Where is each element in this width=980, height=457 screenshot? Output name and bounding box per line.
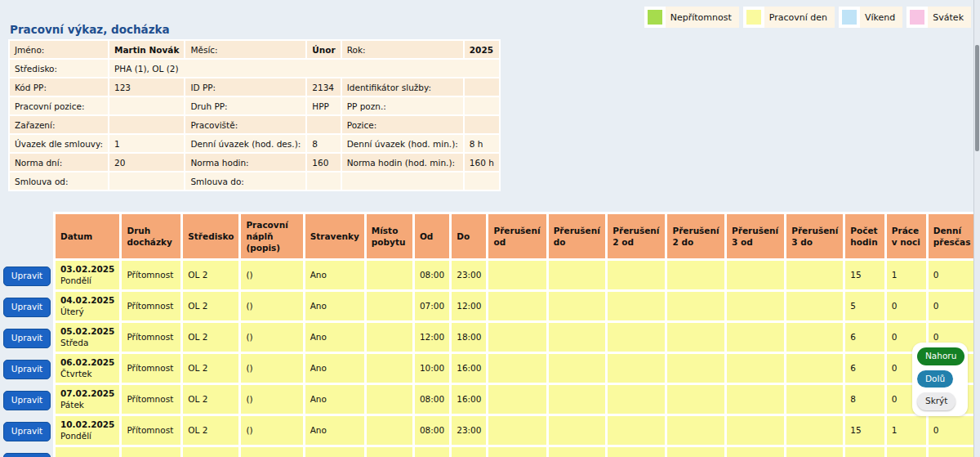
cell-break3-to bbox=[786, 261, 843, 289]
employee-info-table: Jméno:Martin NovákMěsíc:ÚnorRok:2025Stře… bbox=[8, 39, 501, 191]
info-value: 160 h bbox=[465, 154, 499, 171]
info-value: 1 bbox=[109, 135, 184, 152]
cell-meal-voucher bbox=[305, 447, 364, 457]
info-value bbox=[465, 172, 499, 190]
cell-center: OL 2 bbox=[183, 261, 238, 289]
edit-button-slot: Upravit bbox=[0, 447, 54, 457]
hide-panel-button[interactable]: Skrýt bbox=[917, 392, 956, 410]
column-header: Přerušení od bbox=[488, 214, 546, 258]
cell-daily-overtime: 0 bbox=[929, 292, 978, 320]
scrollbar-thumb[interactable] bbox=[975, 45, 979, 151]
column-header: Datum bbox=[56, 214, 119, 258]
cell-attendance-type: Přítomnost bbox=[122, 416, 180, 445]
cell-meal-voucher: Ano bbox=[305, 354, 364, 383]
cell-to: 16:00 bbox=[452, 354, 486, 383]
cell-break1-from bbox=[488, 292, 546, 320]
info-label bbox=[342, 172, 463, 190]
employee-info-row: Pracovní pozice:Druh PP:HPPPP pozn.: bbox=[10, 97, 499, 114]
scrollbar-track[interactable] bbox=[973, 0, 980, 457]
cell-break1-to bbox=[549, 416, 606, 445]
column-header: Od bbox=[415, 214, 449, 258]
scroll-down-button[interactable]: Dolů bbox=[917, 370, 953, 388]
table-row: 04.02.2025ÚterýPřítomnostOL 2()Ano07:001… bbox=[56, 292, 978, 320]
cell-date bbox=[56, 447, 119, 457]
cell-hours: 6 bbox=[845, 354, 884, 383]
cell-break3-to bbox=[786, 447, 843, 457]
edit-button-slot: Upravit bbox=[0, 354, 54, 385]
legend-label: Víkend bbox=[860, 12, 902, 23]
cell-meal-voucher: Ano bbox=[305, 416, 364, 445]
edit-button[interactable]: Upravit bbox=[3, 453, 51, 457]
cell-center: OL 2 bbox=[183, 416, 238, 445]
info-value bbox=[109, 97, 184, 114]
edit-button[interactable]: Upravit bbox=[3, 422, 51, 441]
cell-break3-from bbox=[727, 416, 784, 445]
cell-center: OL 2 bbox=[183, 354, 238, 383]
info-value: 20 bbox=[109, 154, 184, 171]
cell-break2-from bbox=[608, 385, 665, 414]
table-row: 05.02.2025StředaPřítomnostOL 2()Ano12:00… bbox=[56, 323, 978, 352]
column-header: Středisko bbox=[183, 214, 238, 258]
cell-location bbox=[367, 292, 412, 320]
cell-attendance-type: Přítomnost bbox=[122, 261, 180, 289]
cell-night-work: 0 bbox=[887, 292, 926, 320]
cell-break3-from bbox=[727, 261, 784, 289]
cell-from bbox=[415, 447, 449, 457]
edit-button[interactable]: Upravit bbox=[3, 267, 51, 286]
column-header: Pracovní náplň (popis) bbox=[241, 214, 302, 258]
edit-button-slot: Upravit bbox=[0, 416, 54, 447]
table-row: 03.02.2025PondělíPřítomnostOL 2()Ano08:0… bbox=[56, 261, 978, 289]
edit-button[interactable]: Upravit bbox=[3, 298, 51, 317]
edit-button[interactable]: Upravit bbox=[3, 329, 51, 348]
cell-daily-overtime: 0 bbox=[929, 261, 978, 289]
cell-hours: 15 bbox=[845, 416, 884, 445]
cell-break2-from bbox=[608, 292, 665, 320]
cell-daily-overtime: 0 bbox=[929, 416, 978, 445]
cell-break2-from bbox=[608, 447, 665, 457]
info-value bbox=[109, 116, 184, 133]
cell-attendance-type: Přítomnost bbox=[122, 354, 180, 383]
cell-break3-to bbox=[786, 385, 843, 414]
employee-info-row: Úvazek dle smlouvy:1Denní úvazek (hod. d… bbox=[10, 135, 499, 152]
cell-description: () bbox=[241, 354, 302, 383]
cell-description: () bbox=[241, 385, 302, 414]
legend-color-swatch bbox=[644, 7, 666, 28]
cell-attendance-type: Přítomnost bbox=[122, 292, 180, 320]
info-value bbox=[307, 172, 340, 190]
cell-break1-to bbox=[549, 261, 606, 289]
cell-break1-from bbox=[488, 447, 546, 457]
cell-break1-to bbox=[549, 447, 606, 457]
cell-break1-from bbox=[488, 416, 546, 445]
cell-break2-to bbox=[667, 261, 724, 289]
cell-description: () bbox=[241, 416, 302, 445]
date-value: 06.02.2025 bbox=[60, 357, 114, 369]
edit-button-slot: Upravit bbox=[0, 292, 54, 323]
cell-description: () bbox=[241, 323, 302, 352]
info-value: Martin Novák bbox=[109, 41, 184, 58]
edit-button[interactable]: Upravit bbox=[3, 391, 51, 410]
legend-item: Pracovní den bbox=[743, 7, 835, 28]
cell-break3-from bbox=[727, 292, 784, 320]
edit-button[interactable]: Upravit bbox=[3, 360, 51, 379]
employee-info-row: Zařazení:Pracoviště:Pozice: bbox=[10, 116, 499, 133]
cell-break3-from bbox=[727, 354, 784, 383]
cell-meal-voucher: Ano bbox=[305, 292, 364, 320]
column-header: Přerušení do bbox=[549, 214, 606, 258]
cell-break3-to bbox=[786, 416, 843, 445]
cell-break2-to bbox=[667, 354, 724, 383]
info-label: Měsíc: bbox=[185, 41, 305, 58]
employee-info-body: Jméno:Martin NovákMěsíc:ÚnorRok:2025Stře… bbox=[10, 41, 499, 190]
cell-from: 08:00 bbox=[415, 416, 449, 445]
day-name: Středa bbox=[60, 338, 114, 349]
cell-center: OL 2 bbox=[183, 323, 238, 352]
cell-hours: 15 bbox=[845, 261, 884, 289]
info-value: 2025 bbox=[465, 41, 499, 58]
cell-location bbox=[367, 323, 412, 352]
info-label: Středisko: bbox=[10, 60, 108, 77]
info-value bbox=[465, 97, 499, 114]
cell-break2-to bbox=[667, 385, 724, 414]
info-label: Pracoviště: bbox=[185, 116, 305, 133]
info-label: Smlouva do: bbox=[185, 172, 305, 190]
scroll-up-button[interactable]: Nahoru bbox=[917, 347, 964, 365]
cell-from: 08:00 bbox=[415, 385, 449, 414]
